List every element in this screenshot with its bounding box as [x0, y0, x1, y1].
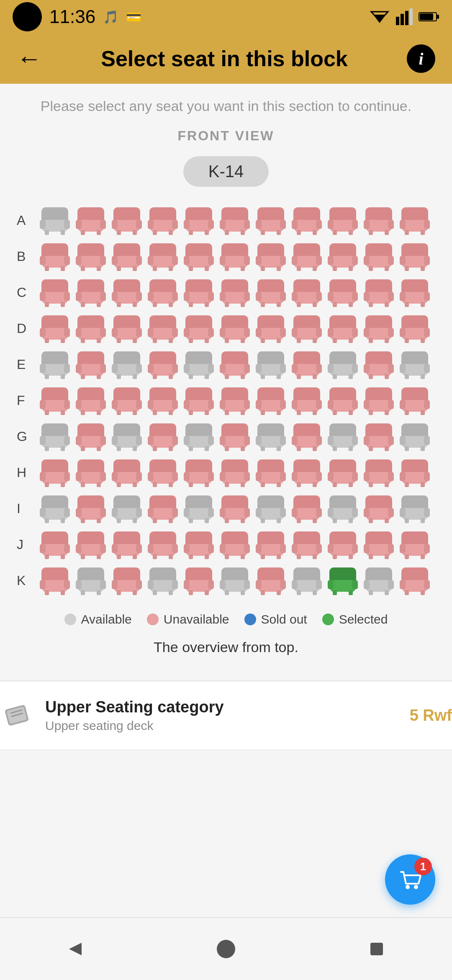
cart-fab-button[interactable]: 1 [385, 854, 435, 905]
svg-rect-38 [205, 230, 209, 235]
seat[interactable] [146, 564, 180, 598]
svg-rect-37 [189, 230, 193, 235]
seat [254, 276, 288, 310]
seat[interactable] [182, 420, 216, 454]
seat[interactable] [110, 420, 144, 454]
svg-rect-217 [81, 338, 85, 343]
nav-recents-button[interactable] [362, 934, 391, 964]
svg-rect-294 [172, 364, 178, 373]
svg-rect-662 [385, 554, 389, 559]
svg-rect-560 [169, 518, 173, 523]
svg-rect-697 [189, 590, 193, 595]
back-button[interactable]: ← [17, 46, 42, 71]
svg-rect-623 [148, 544, 154, 553]
svg-rect-233 [184, 328, 190, 337]
svg-rect-430 [186, 436, 211, 448]
svg-rect-642 [280, 544, 286, 553]
svg-rect-380 [277, 410, 281, 415]
seat-row: G [17, 420, 435, 454]
seat[interactable] [254, 492, 288, 526]
seat[interactable] [398, 420, 432, 454]
svg-rect-336 [424, 364, 430, 373]
seat [398, 384, 432, 418]
seat[interactable] [254, 348, 288, 382]
seat [218, 348, 252, 382]
svg-marker-741 [69, 943, 82, 955]
svg-rect-456 [352, 436, 358, 445]
svg-rect-161 [148, 292, 154, 301]
svg-rect-653 [328, 544, 334, 553]
svg-rect-371 [220, 400, 226, 409]
svg-rect-504 [244, 472, 250, 481]
svg-rect-200 [385, 302, 389, 307]
svg-rect-569 [220, 508, 226, 517]
svg-rect-491 [148, 472, 154, 481]
info-button[interactable]: i [407, 44, 435, 73]
svg-rect-581 [292, 508, 298, 517]
seat-row: D [17, 312, 435, 346]
legend-unavailable: Unavailable [147, 612, 229, 627]
svg-rect-286 [114, 364, 139, 376]
seat[interactable] [38, 204, 72, 238]
svg-rect-278 [61, 374, 65, 379]
seat[interactable] [326, 492, 360, 526]
nav-back-button[interactable] [61, 934, 90, 964]
seat[interactable] [326, 420, 360, 454]
seat[interactable] [290, 564, 324, 598]
svg-rect-647 [292, 544, 298, 553]
svg-rect-613 [81, 554, 85, 559]
seat [110, 312, 144, 346]
svg-rect-169 [189, 302, 193, 307]
svg-point-742 [217, 940, 235, 958]
row-label: H [17, 465, 38, 480]
seat [254, 240, 288, 274]
svg-rect-35 [184, 220, 190, 229]
seat[interactable] [218, 564, 252, 598]
nav-home-button[interactable] [211, 934, 241, 964]
seat [218, 312, 252, 346]
seat[interactable] [110, 492, 144, 526]
svg-rect-236 [205, 338, 209, 343]
status-right [369, 8, 439, 25]
category-card[interactable]: Upper Seating category Upper seating dec… [0, 681, 452, 750]
category-price: 5 Rwf [410, 707, 452, 725]
seat[interactable] [110, 348, 144, 382]
seat[interactable] [182, 492, 216, 526]
seat[interactable] [398, 492, 432, 526]
svg-rect-193 [333, 302, 337, 307]
svg-rect-594 [388, 508, 394, 517]
seats-container [38, 456, 435, 490]
svg-rect-715 [297, 590, 301, 595]
svg-rect-131 [364, 256, 370, 265]
svg-rect-679 [81, 590, 85, 595]
svg-rect-289 [117, 374, 121, 379]
svg-rect-331 [369, 374, 373, 379]
svg-rect-509 [256, 472, 262, 481]
svg-rect-46 [258, 220, 283, 232]
svg-rect-228 [172, 328, 178, 337]
seat[interactable] [74, 564, 108, 598]
svg-rect-480 [100, 472, 106, 481]
svg-rect-101 [184, 256, 190, 265]
seat[interactable] [398, 348, 432, 382]
svg-rect-168 [208, 292, 214, 301]
seat [182, 204, 216, 238]
svg-rect-640 [258, 544, 283, 556]
row-label: F [17, 393, 38, 408]
seat[interactable] [38, 348, 72, 382]
seat[interactable] [326, 348, 360, 382]
svg-rect-617 [112, 544, 118, 553]
seat[interactable] [182, 348, 216, 382]
svg-rect-629 [184, 544, 190, 553]
svg-rect-227 [148, 328, 154, 337]
svg-rect-23 [112, 220, 118, 229]
seat[interactable] [254, 420, 288, 454]
page-title: Select seat in this block [42, 46, 407, 71]
seat[interactable] [38, 420, 72, 454]
svg-rect-690 [172, 580, 178, 589]
svg-rect-234 [208, 328, 214, 337]
seat[interactable] [38, 492, 72, 526]
nav-recents-icon [366, 939, 387, 959]
seat[interactable] [362, 564, 396, 598]
svg-rect-378 [280, 400, 286, 409]
